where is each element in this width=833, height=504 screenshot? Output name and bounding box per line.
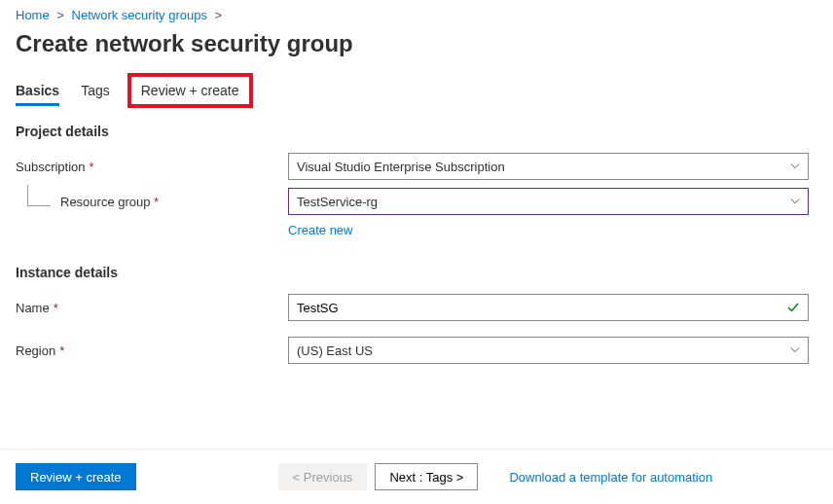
row-subscription: Subscription * Visual Studio Enterprise … xyxy=(0,149,833,184)
label-name: Name * xyxy=(16,301,288,315)
check-icon xyxy=(786,301,800,314)
region-dropdown[interactable]: (US) East US xyxy=(288,337,809,364)
section-project-details: Project details xyxy=(0,124,833,149)
tab-basics[interactable]: Basics xyxy=(16,77,59,104)
required-indicator: * xyxy=(59,343,64,358)
create-new-link[interactable]: Create new xyxy=(288,223,352,237)
breadcrumb-home[interactable]: Home xyxy=(16,8,50,22)
label-subscription: Subscription * xyxy=(16,160,288,174)
subscription-dropdown[interactable]: Visual Studio Enterprise Subscription xyxy=(288,153,809,180)
page-title: Create network security group xyxy=(0,26,833,77)
label-resource-group: Resource group * xyxy=(16,195,288,209)
chevron-down-icon xyxy=(790,162,800,171)
previous-button: < Previous xyxy=(278,463,368,490)
name-input[interactable] xyxy=(297,301,786,315)
indent-connector xyxy=(27,185,51,206)
tab-review-create[interactable]: Review + create xyxy=(131,77,249,104)
next-button[interactable]: Next : Tags > xyxy=(375,463,478,490)
required-indicator: * xyxy=(151,195,160,209)
review-create-button[interactable]: Review + create xyxy=(16,463,136,490)
subscription-value: Visual Studio Enterprise Subscription xyxy=(297,160,505,174)
breadcrumb-separator: > xyxy=(56,8,64,22)
resource-group-dropdown[interactable]: TestService-rg xyxy=(288,188,809,215)
chevron-down-icon xyxy=(790,345,800,355)
breadcrumb: Home > Network security groups > xyxy=(0,0,833,26)
name-input-wrapper xyxy=(288,294,809,321)
footer: Review + create < Previous Next : Tags >… xyxy=(0,449,833,504)
row-create-new: Create new xyxy=(0,219,833,251)
tab-tags[interactable]: Tags xyxy=(81,77,110,104)
required-indicator: * xyxy=(90,160,94,174)
download-template-link[interactable]: Download a template for automation xyxy=(509,470,712,485)
region-value: (US) East US xyxy=(297,343,373,358)
row-region: Region * (US) East US xyxy=(0,333,833,368)
required-indicator: * xyxy=(54,301,58,315)
breadcrumb-separator: > xyxy=(215,8,223,22)
tabs: Basics Tags Review + create xyxy=(0,77,833,104)
chevron-down-icon xyxy=(790,197,800,206)
row-name: Name * xyxy=(0,290,833,325)
row-resource-group: Resource group * TestService-rg xyxy=(0,184,833,219)
section-instance-details: Instance details xyxy=(0,265,833,290)
breadcrumb-nsg[interactable]: Network security groups xyxy=(72,8,207,22)
label-region: Region * xyxy=(16,343,288,358)
resource-group-value: TestService-rg xyxy=(297,195,378,209)
